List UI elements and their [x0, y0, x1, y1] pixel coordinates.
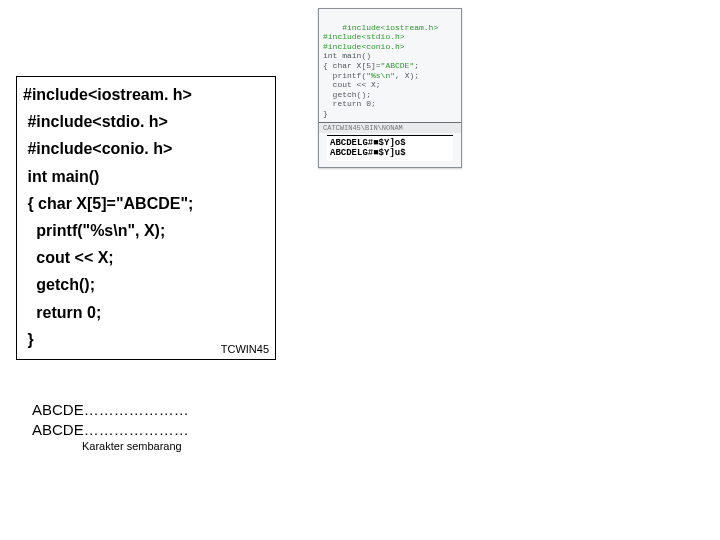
- output-line: ABCDE…………………: [32, 400, 189, 420]
- code-line: getch();: [23, 271, 269, 298]
- thumb-titlebar: CATCWIN45\BIN\NONAM: [319, 123, 461, 133]
- thumb-console: ABCDELG#■$Y]o$ ABCDELG#■$Y]u$: [327, 135, 453, 162]
- code-line: printf("%s\n", X);: [23, 217, 269, 244]
- thumb-output-panel: CATCWIN45\BIN\NONAM ABCDELG#■$Y]o$ ABCDE…: [319, 122, 461, 162]
- code-line: #include<conio. h>: [23, 135, 269, 162]
- code-line: #include<stdio. h>: [23, 108, 269, 135]
- code-line: return 0;: [23, 299, 269, 326]
- compiler-label: TCWIN45: [221, 343, 269, 355]
- code-box: #include<iostream. h> #include<stdio. h>…: [16, 76, 276, 360]
- code-line: int main(): [23, 163, 269, 190]
- code-line: #include<iostream. h>: [23, 81, 269, 108]
- thumb-code: #include<iostream.h> #include<stdio.h> #…: [319, 9, 461, 122]
- code-line: { char X[5]="ABCDE";: [23, 190, 269, 217]
- output-line: ABCDE…………………: [32, 420, 189, 440]
- code-line: cout << X;: [23, 244, 269, 271]
- expected-output: ABCDE………………… ABCDE…………………: [32, 400, 189, 439]
- output-caption: Karakter sembarang: [82, 440, 182, 452]
- ide-thumbnail: #include<iostream.h> #include<stdio.h> #…: [318, 8, 462, 168]
